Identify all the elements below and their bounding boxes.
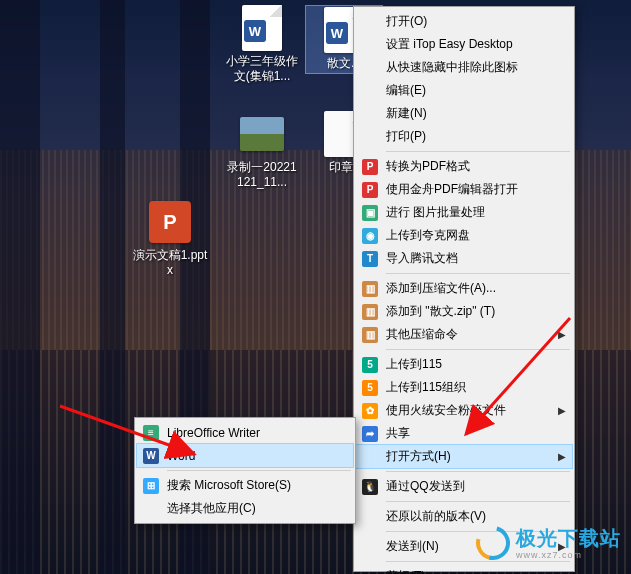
menu-item-icon: P <box>361 158 379 176</box>
desktop-icon-label: 演示文稿1.pptx <box>132 248 208 278</box>
menu-item-label: 进行 图片批量处理 <box>386 204 485 221</box>
menu-item-label: 搜索 Microsoft Store(S) <box>167 477 291 494</box>
menu-separator <box>386 151 570 152</box>
desktop-icon-pptx[interactable]: P 演示文稿1.pptx <box>132 200 208 278</box>
pptx-icon: P <box>149 201 191 243</box>
main-menu-item-19[interactable]: ✿使用火绒安全粉碎文件▶ <box>356 399 572 422</box>
menu-item-icon <box>142 500 160 518</box>
desktop-icon-label: 小学三年级作文(集锦1... <box>224 54 300 84</box>
context-menu-openwith: ≡LibreOffice WriterWWord⊞搜索 Microsoft St… <box>134 417 356 524</box>
submenu-arrow-icon: ▶ <box>558 329 566 340</box>
menu-item-label: 使用金舟PDF编辑器打开 <box>386 181 518 198</box>
video-thumb-icon <box>240 117 284 151</box>
menu-item-label: LibreOffice Writer <box>167 426 260 440</box>
menu-item-label: 剪切(T) <box>386 568 425 574</box>
menu-item-icon: ▥ <box>361 280 379 298</box>
menu-item-icon: T <box>361 250 379 268</box>
menu-separator <box>386 471 570 472</box>
menu-separator <box>386 273 570 274</box>
main-menu-item-2[interactable]: 从快速隐藏中排除此图标 <box>356 56 572 79</box>
openwith-menu-item-0[interactable]: ≡LibreOffice Writer <box>137 421 353 444</box>
main-menu-item-18[interactable]: 5上传到115组织 <box>356 376 572 399</box>
menu-item-label: 新建(N) <box>386 105 427 122</box>
menu-item-label: 转换为PDF格式 <box>386 158 470 175</box>
menu-item-label: 选择其他应用(C) <box>167 500 256 517</box>
menu-item-icon: P <box>361 181 379 199</box>
menu-item-icon: ▥ <box>361 326 379 344</box>
menu-item-label: 其他压缩命令 <box>386 326 458 343</box>
main-menu-item-11[interactable]: T导入腾讯文档 <box>356 247 572 270</box>
menu-item-icon: 5 <box>361 356 379 374</box>
menu-item-icon: 🐧 <box>361 478 379 496</box>
watermark-logo-icon <box>470 519 516 565</box>
menu-item-icon: ✿ <box>361 402 379 420</box>
menu-item-icon <box>361 82 379 100</box>
main-menu-item-17[interactable]: 5上传到115 <box>356 353 572 376</box>
main-menu-item-15[interactable]: ▥其他压缩命令▶ <box>356 323 572 346</box>
menu-item-label: 通过QQ发送到 <box>386 478 465 495</box>
menu-separator <box>386 561 570 562</box>
menu-item-icon: ▣ <box>361 204 379 222</box>
watermark-title: 极光下载站 <box>516 527 621 549</box>
menu-separator <box>386 501 570 502</box>
menu-item-label: 打印(P) <box>386 128 426 145</box>
main-menu-item-21[interactable]: 打开方式(H)▶ <box>356 445 572 468</box>
menu-item-icon: ▥ <box>361 303 379 321</box>
menu-item-icon <box>361 59 379 77</box>
menu-item-icon: ◉ <box>361 227 379 245</box>
menu-item-icon: W <box>142 447 160 465</box>
watermark: 极光下载站 www.xz7.com <box>476 525 621 560</box>
main-menu-item-9[interactable]: ▣进行 图片批量处理 <box>356 201 572 224</box>
word-badge-icon: W <box>326 22 348 44</box>
menu-item-label: 上传到夸克网盘 <box>386 227 470 244</box>
watermark-sub: www.xz7.com <box>516 550 621 560</box>
menu-item-label: 添加到压缩文件(A)... <box>386 280 496 297</box>
menu-item-icon <box>361 508 379 526</box>
main-menu-item-10[interactable]: ◉上传到夸克网盘 <box>356 224 572 247</box>
menu-item-icon <box>361 36 379 54</box>
menu-item-icon: ⊞ <box>142 477 160 495</box>
menu-item-label: 使用火绒安全粉碎文件 <box>386 402 506 419</box>
menu-item-label: 添加到 "散文.zip" (T) <box>386 303 495 320</box>
main-menu-item-4[interactable]: 新建(N) <box>356 102 572 125</box>
menu-separator <box>386 349 570 350</box>
menu-separator <box>167 470 351 471</box>
desktop-icon-label: 录制一20221121_11... <box>224 160 300 190</box>
menu-item-icon <box>361 13 379 31</box>
main-menu-item-13[interactable]: ▥添加到压缩文件(A)... <box>356 277 572 300</box>
bg-building-2 <box>100 0 125 574</box>
main-menu-item-29[interactable]: 剪切(T) <box>356 565 572 574</box>
openwith-menu-item-3[interactable]: ⊞搜索 Microsoft Store(S) <box>137 474 353 497</box>
menu-item-label: 上传到115组织 <box>386 379 466 396</box>
desktop-icon-doc-1[interactable]: W 小学三年级作文(集锦1... <box>224 6 300 84</box>
main-menu-item-3[interactable]: 编辑(E) <box>356 79 572 102</box>
menu-item-icon: ≡ <box>142 424 160 442</box>
menu-item-icon: 5 <box>361 379 379 397</box>
menu-item-label: 打开(O) <box>386 13 427 30</box>
menu-item-icon <box>361 448 379 466</box>
menu-item-label: 发送到(N) <box>386 538 439 555</box>
openwith-menu-item-1[interactable]: WWord <box>137 444 353 467</box>
main-menu-item-14[interactable]: ▥添加到 "散文.zip" (T) <box>356 300 572 323</box>
menu-item-icon <box>361 568 379 575</box>
desktop-icon-video-thumb[interactable]: 录制一20221121_11... <box>224 112 300 190</box>
menu-item-label: 编辑(E) <box>386 82 426 99</box>
main-menu-item-7[interactable]: P转换为PDF格式 <box>356 155 572 178</box>
main-menu-item-0[interactable]: 打开(O) <box>356 10 572 33</box>
menu-item-label: 上传到115 <box>386 356 442 373</box>
submenu-arrow-icon: ▶ <box>558 405 566 416</box>
main-menu-item-20[interactable]: ➦共享 <box>356 422 572 445</box>
menu-item-label: 导入腾讯文档 <box>386 250 458 267</box>
main-menu-item-1[interactable]: 设置 iTop Easy Desktop <box>356 33 572 56</box>
openwith-menu-item-4[interactable]: 选择其他应用(C) <box>137 497 353 520</box>
menu-item-label: 设置 iTop Easy Desktop <box>386 36 513 53</box>
main-menu-item-8[interactable]: P使用金舟PDF编辑器打开 <box>356 178 572 201</box>
menu-item-icon: ➦ <box>361 425 379 443</box>
menu-item-label: 打开方式(H) <box>386 448 451 465</box>
menu-item-icon <box>361 105 379 123</box>
bg-building-1 <box>0 0 40 574</box>
main-menu-item-23[interactable]: 🐧通过QQ发送到 <box>356 475 572 498</box>
menu-item-icon <box>361 128 379 146</box>
main-menu-item-5[interactable]: 打印(P) <box>356 125 572 148</box>
word-badge-icon: W <box>244 20 266 42</box>
